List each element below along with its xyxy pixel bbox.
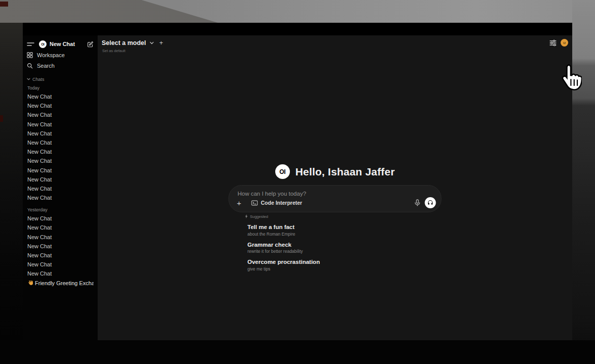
chat-item[interactable]: New Chat — [27, 129, 94, 138]
voice-call-button[interactable] — [425, 197, 436, 208]
chat-item[interactable]: New Chat — [27, 269, 94, 278]
suggested-section: Suggested Tell me a fun fact about the R… — [245, 214, 447, 271]
headphones-icon — [428, 200, 434, 206]
greeting-text: Hello, Ishaan Jaffer — [295, 166, 395, 178]
suggestion-subtitle: about the Roman Empire — [247, 232, 447, 237]
model-selector[interactable]: Select a model — [102, 39, 146, 47]
add-model-button[interactable]: + — [157, 39, 165, 47]
message-composer[interactable]: How can I help you today? + Code Interpr… — [229, 185, 442, 212]
suggestion-grammar-check[interactable]: Grammar check rewrite it for better read… — [247, 242, 447, 254]
suggestion-title: Tell me a fun fact — [247, 224, 447, 230]
suggestion-procrastination[interactable]: Overcome procrastination give me tips — [247, 259, 447, 271]
sidebar-item-workspace[interactable]: Workspace — [27, 51, 94, 59]
chat-item[interactable]: New Chat — [27, 251, 94, 260]
microphone-icon[interactable] — [415, 199, 420, 206]
chat-item[interactable]: New Chat — [27, 138, 94, 147]
chat-item[interactable]: New Chat — [27, 193, 94, 202]
app-window: OI New Chat Workspace — [23, 23, 572, 340]
attach-button[interactable]: + — [235, 199, 243, 207]
chat-item[interactable]: New Chat — [27, 92, 94, 101]
chat-item-title: Friendly Greeting Exchange — [35, 279, 94, 288]
desktop-background-left — [0, 23, 23, 364]
chat-item[interactable]: New Chat — [27, 110, 94, 119]
greeting-row: OI Hello, Ishaan Jaffer — [98, 164, 572, 179]
new-chat-icon[interactable] — [87, 41, 94, 48]
suggestion-fun-fact[interactable]: Tell me a fun fact about the Roman Empir… — [247, 224, 447, 237]
sidebar-toggle-icon[interactable] — [27, 41, 34, 47]
main-chat-area: Select a model + Set as default IJ — [98, 35, 572, 340]
code-interpreter-icon — [251, 200, 258, 206]
suggestion-title: Overcome procrastination — [247, 259, 447, 265]
desktop-background-bottom — [0, 340, 595, 364]
suggestion-subtitle: give me tips — [247, 266, 447, 271]
chat-item[interactable]: New Chat — [27, 223, 94, 232]
code-interpreter-toggle[interactable]: Code Interpreter — [251, 200, 303, 206]
model-chevron-down-icon[interactable] — [150, 41, 154, 44]
suggestion-subtitle: rewrite it for better readability — [247, 249, 447, 254]
code-interpreter-label: Code Interpreter — [261, 200, 303, 206]
set-as-default-link[interactable]: Set as default — [102, 49, 125, 53]
chevron-down-icon — [27, 78, 30, 80]
app-top-strip — [23, 23, 572, 35]
suggested-label: Suggested — [250, 214, 268, 219]
controls-sliders-icon[interactable] — [549, 39, 557, 46]
sidebar-item-search[interactable]: Search — [27, 61, 94, 70]
desktop-background-top — [0, 0, 595, 23]
chat-item[interactable]: New Chat — [27, 175, 94, 184]
chat-item[interactable]: New Chat — [27, 233, 94, 242]
chats-section-label: Chats — [32, 77, 45, 82]
desktop-background-right — [572, 0, 595, 364]
chat-item[interactable]: New Chat — [27, 101, 94, 110]
suggestion-title: Grammar check — [247, 242, 447, 248]
wave-emoji-icon — [27, 280, 33, 286]
sidebar-title[interactable]: New Chat — [50, 41, 87, 47]
chat-item[interactable]: New Chat — [27, 147, 94, 156]
chat-item[interactable]: New Chat — [27, 184, 94, 193]
search-icon — [27, 63, 33, 69]
background-wedge — [0, 0, 595, 23]
chat-group-yesterday: Yesterday — [27, 207, 94, 214]
workspace-grid-icon — [27, 52, 33, 58]
workspace-label: Workspace — [37, 52, 65, 58]
chat-item[interactable]: New Chat — [27, 260, 94, 269]
chat-item[interactable]: New Chat — [27, 242, 94, 251]
chat-item[interactable]: New Chat — [27, 166, 94, 175]
chat-item[interactable]: New Chat — [27, 120, 94, 129]
search-label: Search — [37, 63, 55, 69]
sidebar-header: OI New Chat — [27, 39, 94, 49]
chat-group-today: Today — [27, 85, 94, 92]
background-red-mark — [0, 115, 3, 122]
background-red-mark — [0, 2, 8, 7]
chat-item-friendly-greeting[interactable]: Friendly Greeting Exchange — [27, 279, 94, 288]
user-avatar[interactable]: IJ — [561, 39, 568, 47]
app-logo: OI — [39, 40, 47, 48]
composer-placeholder[interactable]: How can I help you today? — [238, 191, 307, 197]
chat-item[interactable]: New Chat — [27, 214, 94, 223]
chats-section-header[interactable]: Chats — [27, 76, 94, 82]
app-logo-large: OI — [275, 164, 290, 179]
sidebar: OI New Chat Workspace — [23, 35, 98, 340]
bolt-icon — [245, 214, 248, 218]
chat-item[interactable]: New Chat — [27, 156, 94, 165]
